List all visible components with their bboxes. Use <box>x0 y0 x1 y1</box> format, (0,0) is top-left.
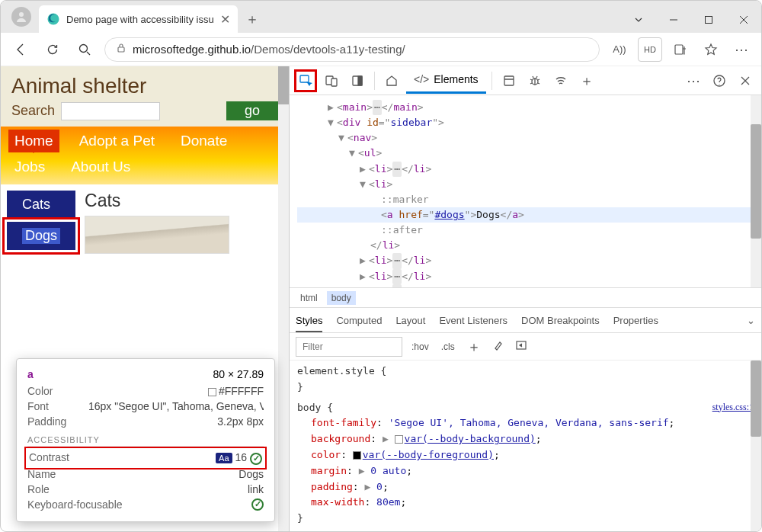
styles-tabs: Styles Computed Layout Event Listeners D… <box>290 307 761 333</box>
color-swatch <box>208 388 216 396</box>
search-label: Search <box>11 103 55 119</box>
svg-rect-9 <box>675 45 683 54</box>
profile-button[interactable] <box>11 7 31 27</box>
styles-filter-input[interactable] <box>296 337 402 357</box>
devtools-help-button[interactable] <box>708 69 731 92</box>
edge-favicon-icon <box>46 12 60 26</box>
devtools-more-button[interactable]: ⋯ <box>682 69 705 92</box>
tab-layout[interactable]: Layout <box>395 315 425 326</box>
browser-tab[interactable]: Demo page with accessibility issu ✕ <box>39 5 238 33</box>
nav-donate[interactable]: Donate <box>174 130 233 152</box>
search-button[interactable] <box>72 37 97 62</box>
site-title: Animal shelter <box>11 74 278 98</box>
breadcrumb: html body <box>290 287 761 307</box>
nav-about[interactable]: About Us <box>65 155 136 178</box>
chevron-down-icon[interactable]: ⌄ <box>747 315 755 326</box>
app-tab[interactable] <box>498 69 520 92</box>
welcome-tab[interactable] <box>380 69 403 92</box>
window-minimize-icon[interactable] <box>656 7 691 33</box>
toggle-pane-icon[interactable] <box>513 340 530 353</box>
contrast-aa-badge: Aa <box>216 453 232 463</box>
window-chevron-icon[interactable] <box>621 7 656 33</box>
svg-rect-12 <box>331 79 337 86</box>
source-link[interactable]: styles.css:1 <box>712 400 754 415</box>
svg-rect-8 <box>118 47 124 52</box>
url-text: microsoftedge.github.io/Demos/devtools-a… <box>133 43 405 56</box>
cat-image <box>85 216 229 254</box>
crumb-body[interactable]: body <box>327 291 356 305</box>
address-bar: microsoftedge.github.io/Demos/devtools-a… <box>1 33 761 66</box>
svg-rect-14 <box>358 76 362 85</box>
more-tabs-button[interactable]: ＋ <box>575 69 598 92</box>
network-icon[interactable] <box>549 69 572 92</box>
tab-title: Demo page with accessibility issu <box>66 14 214 25</box>
svg-point-0 <box>19 12 24 17</box>
tooltip-a11y-header: ACCESSIBILITY <box>27 435 264 447</box>
tab-styles[interactable]: Styles <box>296 315 322 332</box>
check-icon: ✓ <box>250 453 262 465</box>
svg-rect-15 <box>504 76 514 85</box>
read-aloud-button[interactable]: A)) <box>607 37 632 62</box>
nav-adopt[interactable]: Adopt a Pet <box>73 130 161 152</box>
tooltip-tagname: a <box>27 368 34 380</box>
back-button[interactable] <box>8 37 33 62</box>
site-header: Animal shelter Search go <box>1 66 289 127</box>
svg-rect-3 <box>706 17 712 24</box>
site-nav: Home Adopt a Pet Donate Jobs About Us <box>1 127 289 184</box>
tooltip-dims: 80 × 27.89 <box>213 368 264 380</box>
dock-button[interactable] <box>346 69 369 92</box>
page-heading: Cats <box>85 191 229 211</box>
tab-properties[interactable]: Properties <box>613 315 658 326</box>
window-maximize-icon[interactable] <box>691 7 726 33</box>
refresh-button[interactable] <box>40 37 65 62</box>
page-scrollbar[interactable] <box>278 66 289 531</box>
devtools-close-button[interactable] <box>734 69 757 92</box>
styles-pane[interactable]: element.style { } styles.css:1body { fon… <box>290 361 761 531</box>
devtools-toolbar: </>Elements ＋ ⋯ <box>290 66 761 95</box>
search-input[interactable] <box>61 102 160 120</box>
check-icon: ✓ <box>251 498 264 511</box>
svg-line-7 <box>87 52 90 55</box>
inspect-tooltip: a 80 × 27.89 Color#FFFFFF Font16px "Sego… <box>16 358 275 522</box>
tooltip-contrast-row: Contrast Aa16 ✓ <box>27 450 264 466</box>
tab-event-listeners[interactable]: Event Listeners <box>439 315 507 326</box>
crumb-html[interactable]: html <box>296 291 322 305</box>
titlebar: Demo page with accessibility issu ✕ ＋ <box>1 1 761 33</box>
svg-point-6 <box>80 44 88 52</box>
side-tab-dogs[interactable]: Dogs <box>7 222 75 250</box>
brush-icon[interactable] <box>490 340 507 353</box>
nav-jobs[interactable]: Jobs <box>8 155 51 178</box>
collections-button[interactable] <box>668 37 693 62</box>
elements-tree[interactable]: ▶<main>⋯</main> ▼<div id="sidebar"> ▼<na… <box>290 95 761 287</box>
cls-toggle[interactable]: .cls <box>438 341 458 352</box>
tab-dom-breakpoints[interactable]: DOM Breakpoints <box>521 315 600 326</box>
url-box[interactable]: microsoftedge.github.io/Demos/devtools-a… <box>104 37 600 62</box>
side-tab-cats[interactable]: Cats <box>7 191 75 219</box>
lock-icon <box>116 43 126 56</box>
new-tab-button[interactable]: ＋ <box>241 8 264 30</box>
bug-icon[interactable] <box>523 69 546 92</box>
device-toggle-button[interactable] <box>320 69 343 92</box>
go-button[interactable]: go <box>226 101 278 120</box>
styles-toolbar: :hov .cls ＋ <box>290 333 761 361</box>
window-close-icon[interactable] <box>726 7 761 33</box>
inspect-element-button[interactable] <box>294 69 317 92</box>
elements-tab[interactable]: </>Elements <box>406 67 486 94</box>
hov-toggle[interactable]: :hov <box>408 341 432 352</box>
tab-close-icon[interactable]: ✕ <box>220 12 230 27</box>
svg-rect-10 <box>300 75 309 82</box>
more-button[interactable]: ⋯ <box>729 37 754 62</box>
tab-computed[interactable]: Computed <box>336 315 382 326</box>
new-rule-button[interactable]: ＋ <box>464 338 484 356</box>
page-viewport: Animal shelter Search go Home Adopt a Pe… <box>1 66 289 531</box>
devtools: </>Elements ＋ ⋯ ▶<main>⋯</main> ▼<div id… <box>289 66 761 531</box>
favorite-button[interactable] <box>699 37 723 62</box>
nav-home[interactable]: Home <box>8 130 59 152</box>
hd-button[interactable]: HD <box>638 37 662 62</box>
